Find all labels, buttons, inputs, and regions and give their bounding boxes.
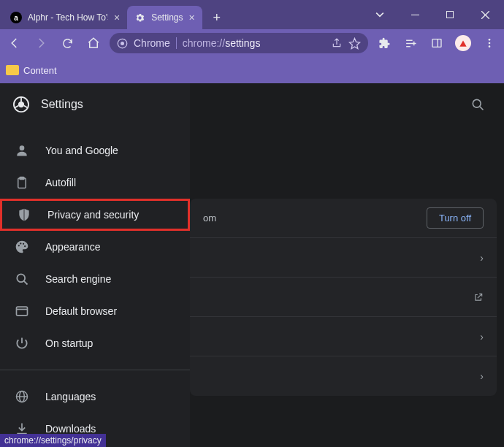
sidebar-item-default-browser[interactable]: Default browser bbox=[0, 295, 190, 327]
sidebar-item-label: Default browser bbox=[45, 305, 117, 317]
side-panel-icon[interactable] bbox=[427, 33, 447, 53]
extensions-icon[interactable] bbox=[374, 33, 394, 53]
globe-icon bbox=[15, 389, 29, 404]
sidebar-item-search-engine[interactable]: Search engine bbox=[0, 263, 190, 295]
folder-icon bbox=[6, 65, 19, 75]
sidebar-item-label: You and Google bbox=[45, 145, 118, 156]
svg-point-18 bbox=[20, 145, 25, 150]
sidebar-item-label: Appearance bbox=[45, 241, 101, 253]
forward-button[interactable] bbox=[31, 33, 51, 53]
page-title: Settings bbox=[41, 98, 465, 111]
svg-point-22 bbox=[20, 242, 21, 244]
svg-point-15 bbox=[18, 102, 24, 107]
bookmark-star-icon[interactable] bbox=[348, 37, 361, 50]
card-row-text: om bbox=[203, 213, 427, 224]
tab-title: Settings bbox=[151, 12, 183, 23]
sidebar-item-label: Search engine bbox=[45, 273, 111, 285]
sidebar-item-appearance[interactable]: Appearance bbox=[0, 231, 190, 263]
card-row[interactable]: › bbox=[190, 238, 497, 278]
maximize-button[interactable] bbox=[434, 4, 466, 26]
tab-strip: a Alphr - Tech How To's & G × Settings ×… bbox=[0, 6, 364, 29]
reload-button[interactable] bbox=[57, 33, 77, 53]
svg-point-24 bbox=[24, 245, 26, 247]
browser-tab-alphr[interactable]: a Alphr - Tech How To's & G × bbox=[0, 6, 127, 29]
profile-avatar[interactable] bbox=[453, 33, 473, 53]
sidebar-item-label: On startup bbox=[45, 337, 93, 349]
person-icon bbox=[15, 143, 29, 158]
address-prefix-text: Chrome bbox=[134, 37, 170, 49]
card-row[interactable]: › bbox=[190, 317, 497, 356]
turn-off-button[interactable]: Turn off bbox=[427, 207, 484, 229]
sidebar-item-label: Privacy and security bbox=[47, 209, 139, 221]
sidebar-item-on-startup[interactable]: On startup bbox=[0, 327, 190, 359]
card-row[interactable]: › bbox=[190, 356, 497, 396]
sidebar-item-privacy-and-security[interactable]: Privacy and security bbox=[0, 199, 190, 231]
window-controls bbox=[364, 0, 504, 29]
svg-line-26 bbox=[24, 281, 28, 285]
minimize-button[interactable] bbox=[399, 4, 431, 26]
address-bar[interactable]: Chrome chrome://settings bbox=[110, 33, 368, 53]
search-button[interactable] bbox=[465, 91, 491, 118]
card-row[interactable] bbox=[190, 278, 497, 317]
bookmarks-bar: Content bbox=[0, 57, 504, 83]
sidebar-item-autofill[interactable]: Autofill bbox=[0, 167, 190, 199]
svg-rect-20 bbox=[20, 177, 24, 180]
close-button[interactable] bbox=[469, 4, 501, 26]
settings-main-panel: om Turn off › › › bbox=[190, 83, 504, 447]
settings-sidebar: You and Google Autofill Privacy and secu… bbox=[0, 83, 190, 447]
svg-point-21 bbox=[18, 245, 20, 246]
gear-icon bbox=[134, 12, 145, 23]
close-icon[interactable]: × bbox=[189, 12, 195, 23]
settings-header: Settings bbox=[0, 83, 504, 126]
close-icon[interactable]: × bbox=[114, 12, 120, 23]
browser-icon bbox=[15, 304, 29, 318]
address-prefix: Chrome bbox=[117, 37, 177, 49]
palette-icon bbox=[15, 240, 29, 254]
menu-button[interactable] bbox=[479, 33, 500, 53]
search-icon bbox=[15, 272, 29, 286]
address-url: chrome://settings bbox=[183, 37, 325, 49]
power-icon bbox=[15, 336, 29, 351]
svg-point-5 bbox=[121, 42, 124, 45]
svg-point-13 bbox=[489, 45, 491, 47]
settings-page: Settings You and Google Autofill Privacy… bbox=[0, 83, 504, 447]
external-link-icon bbox=[473, 292, 484, 302]
svg-point-16 bbox=[473, 99, 481, 107]
toolbar: Chrome chrome://settings bbox=[0, 29, 504, 57]
chevron-right-icon: › bbox=[480, 252, 484, 264]
separator bbox=[0, 370, 190, 370]
settings-card: om Turn off › › › bbox=[190, 199, 497, 396]
home-button[interactable] bbox=[83, 33, 104, 53]
svg-point-23 bbox=[23, 243, 24, 245]
chevron-right-icon: › bbox=[480, 370, 484, 382]
separator bbox=[176, 37, 177, 49]
svg-point-12 bbox=[489, 42, 491, 45]
svg-line-17 bbox=[480, 107, 484, 110]
bookmark-folder-content[interactable]: Content bbox=[23, 65, 57, 76]
sidebar-item-label: Languages bbox=[45, 391, 96, 402]
new-tab-button[interactable]: + bbox=[207, 7, 227, 28]
titlebar: a Alphr - Tech How To's & G × Settings ×… bbox=[0, 0, 504, 29]
sidebar-item-languages[interactable]: Languages bbox=[0, 381, 190, 413]
share-icon[interactable] bbox=[331, 37, 343, 49]
svg-point-11 bbox=[489, 39, 491, 41]
browser-tab-settings[interactable]: Settings × bbox=[127, 6, 202, 29]
svg-rect-9 bbox=[432, 39, 441, 47]
chevron-right-icon: › bbox=[480, 331, 484, 343]
svg-point-25 bbox=[17, 274, 25, 282]
sidebar-item-you-and-google[interactable]: You and Google bbox=[0, 134, 190, 167]
shield-icon bbox=[17, 207, 31, 222]
alphr-favicon: a bbox=[10, 12, 22, 23]
clipboard-icon bbox=[15, 175, 29, 190]
svg-rect-1 bbox=[447, 12, 454, 18]
chrome-icon bbox=[117, 38, 128, 49]
sidebar-item-label: Downloads bbox=[45, 423, 96, 435]
caret-down-icon[interactable] bbox=[364, 4, 396, 26]
svg-rect-27 bbox=[17, 307, 28, 316]
back-button[interactable] bbox=[4, 33, 25, 53]
content-area: Settings You and Google Autofill Privacy… bbox=[0, 83, 504, 447]
reading-list-icon[interactable] bbox=[400, 33, 421, 53]
chrome-logo-icon bbox=[13, 96, 29, 112]
status-bar-url: chrome://settings/privacy bbox=[0, 434, 106, 447]
card-row-turn-off: om Turn off bbox=[190, 199, 497, 238]
